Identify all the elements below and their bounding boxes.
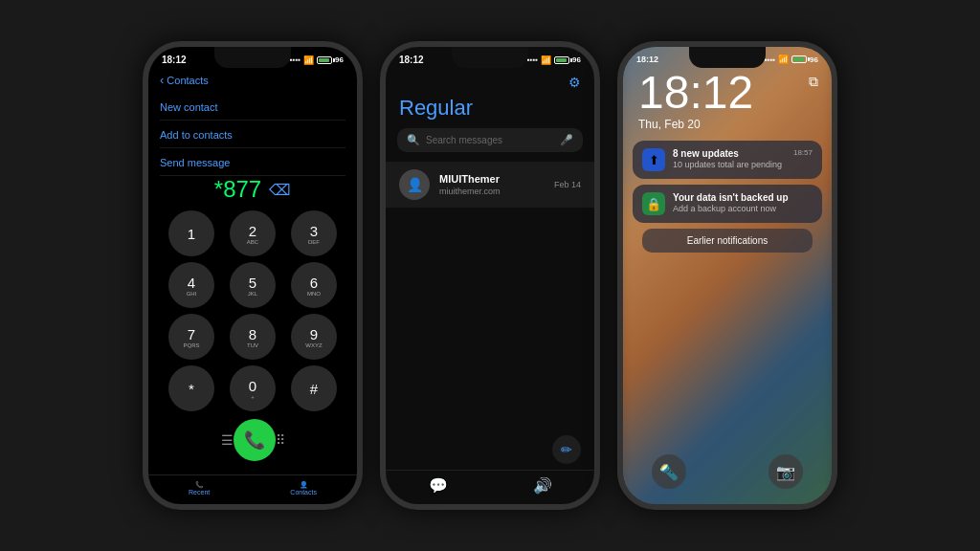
menu-new-contact[interactable]: New contact xyxy=(160,95,345,121)
wifi-icon-2: 📶 xyxy=(541,55,551,65)
notif-title-1: Your data isn't backed up xyxy=(673,192,813,203)
lock-content: 18:12 ▪▪▪▪ 📶 96 18:12 Thu, Feb 20 ⧉ ⬆ 8 … xyxy=(623,47,832,504)
message-name: MIUIThemer xyxy=(439,173,545,185)
chevron-icon: ‹ xyxy=(160,73,164,87)
back-label: Contacts xyxy=(167,75,208,86)
search-bar[interactable]: 🔍 Search messages 🎤 xyxy=(397,128,583,152)
status-bar-2: 18:12 ▪▪▪▪ 📶 96 xyxy=(386,47,594,69)
menu-send-message[interactable]: Send message xyxy=(160,150,345,176)
key-8[interactable]: 8TUV xyxy=(230,314,276,360)
search-placeholder: Search messages xyxy=(426,135,502,145)
notification-updates[interactable]: ⬆ 8 new updates 10 updates total are pen… xyxy=(633,141,822,179)
lock-screen: 18:12 ▪▪▪▪ 📶 96 18:12 Thu, Feb 20 ⧉ ⬆ 8 … xyxy=(623,47,832,504)
signal-icon-2: ▪▪▪▪ xyxy=(527,55,538,64)
status-bar-1: 18:12 ▪▪▪▪ 📶 96 xyxy=(148,47,357,69)
backup-icon: 🔒 xyxy=(642,192,665,215)
mic-icon[interactable]: 🎤 xyxy=(560,134,573,146)
tab-contacts[interactable]: 👤Contacts xyxy=(290,481,317,496)
signal-icon-1: ▪▪▪▪ xyxy=(290,55,301,64)
lock-battery xyxy=(791,55,807,63)
backspace-icon[interactable]: ⌫ xyxy=(269,181,291,199)
notif-time-0: 18:57 xyxy=(793,148,813,157)
lock-clock: 18:12 xyxy=(623,68,832,116)
message-info: MIUIThemer miuithemer.com xyxy=(439,173,545,196)
lock-status-bar: 18:12 ▪▪▪▪ 📶 96 xyxy=(623,47,832,68)
key-hash[interactable]: # xyxy=(291,365,337,411)
search-icon: 🔍 xyxy=(407,134,420,146)
earlier-notifications[interactable]: Earlier notifications xyxy=(642,229,813,253)
settings-icon[interactable]: ⚙ xyxy=(568,75,581,90)
key-6[interactable]: 6MNO xyxy=(291,262,337,308)
battery-pct-1: 96 xyxy=(335,55,344,64)
lock-status-time: 18:12 xyxy=(636,55,658,64)
flashlight-shortcut[interactable]: 🔦 xyxy=(652,454,686,489)
messages-title: Regular xyxy=(386,94,594,128)
keypad: 1 2ABC 3DEF 4GHI 5JKL 6MNO 7PQRS 8TUV 9W… xyxy=(148,210,357,411)
key-0[interactable]: 0+ xyxy=(230,365,276,411)
status-time-1: 18:12 xyxy=(162,55,187,65)
tab-promotions[interactable]: 🔊 xyxy=(533,476,552,495)
tab-recent[interactable]: 📞Recent xyxy=(189,481,210,496)
message-subtitle: miuithemer.com xyxy=(439,187,545,196)
battery-1 xyxy=(317,56,332,64)
lock-status-icons: ▪▪▪▪ 📶 96 xyxy=(765,55,818,64)
compose-button[interactable]: ✏ xyxy=(552,435,581,464)
lock-shortcuts: 🔦 📷 xyxy=(623,454,832,504)
key-7[interactable]: 7PQRS xyxy=(168,314,214,360)
contacts-back[interactable]: ‹ Contacts xyxy=(148,69,357,95)
notif-title-0: 8 new updates xyxy=(673,148,786,159)
lock-date: Thu, Feb 20 xyxy=(623,116,832,141)
notifications-list: ⬆ 8 new updates 10 updates total are pen… xyxy=(623,141,832,253)
dialer-screen: 18:12 ▪▪▪▪ 📶 96 ‹ Contacts New contact A… xyxy=(148,47,357,504)
dial-number: *877 ⌫ xyxy=(214,176,291,203)
tab-regular[interactable]: 💬 xyxy=(429,476,448,495)
battery-2 xyxy=(554,56,569,64)
key-5[interactable]: 5JKL xyxy=(230,262,276,308)
message-avatar: 👤 xyxy=(399,169,430,200)
camera-shortcut[interactable]: 📷 xyxy=(768,454,803,489)
notif-sub-0: 10 updates total are pending xyxy=(673,160,786,169)
notification-backup[interactable]: 🔒 Your data isn't backed up Add a backup… xyxy=(633,185,822,223)
phone-actions: ☰ 📞 ⠿ xyxy=(202,411,304,467)
messages-bottom-tabs: 💬 🔊 xyxy=(386,470,594,504)
key-1[interactable]: 1 xyxy=(168,210,214,256)
keypad-icon[interactable]: ⠿ xyxy=(276,432,285,448)
wifi-icon-1: 📶 xyxy=(303,55,314,65)
updates-icon: ⬆ xyxy=(642,148,665,171)
phone-dialer: 18:12 ▪▪▪▪ 📶 96 ‹ Contacts New contact A… xyxy=(143,41,363,510)
battery-pct-2: 96 xyxy=(572,55,581,64)
screenshot-icon[interactable]: ⧉ xyxy=(809,74,818,90)
status-icons-2: ▪▪▪▪ 📶 96 xyxy=(527,55,581,65)
key-3[interactable]: 3DEF xyxy=(291,210,337,256)
menu-icon[interactable]: ☰ xyxy=(221,432,234,448)
phone-messages: 18:12 ▪▪▪▪ 📶 96 ⚙ Regular 🔍 Search messa… xyxy=(380,41,600,510)
key-4[interactable]: 4GHI xyxy=(168,262,214,308)
bottom-tabs-1: 📞Recent 👤Contacts xyxy=(148,474,357,505)
notif-sub-1: Add a backup account now xyxy=(673,204,813,213)
status-icons-1: ▪▪▪▪ 📶 96 xyxy=(290,55,344,65)
key-9[interactable]: 9WXYZ xyxy=(291,314,337,360)
key-star[interactable]: * xyxy=(168,365,214,411)
notification-body-1: Your data isn't backed up Add a backup a… xyxy=(673,192,813,213)
messages-header: ⚙ xyxy=(386,69,594,94)
key-2[interactable]: 2ABC xyxy=(230,210,276,256)
message-item-0[interactable]: 👤 MIUIThemer miuithemer.com Feb 14 xyxy=(386,162,594,208)
message-date: Feb 14 xyxy=(554,180,581,189)
dialer-display: *877 ⌫ 1 2ABC 3DEF 4GHI 5JKL 6MNO 7PQRS … xyxy=(148,176,357,474)
messages-screen: 18:12 ▪▪▪▪ 📶 96 ⚙ Regular 🔍 Search messa… xyxy=(386,47,594,504)
menu-items: New contact Add to contacts Send message xyxy=(148,95,357,176)
notification-body-0: 8 new updates 10 updates total are pendi… xyxy=(673,148,786,169)
status-time-2: 18:12 xyxy=(399,55,424,65)
call-button[interactable]: 📞 xyxy=(234,419,276,461)
menu-add-contacts[interactable]: Add to contacts xyxy=(160,122,345,148)
phone-lock: 18:12 ▪▪▪▪ 📶 96 18:12 Thu, Feb 20 ⧉ ⬆ 8 … xyxy=(617,41,837,510)
